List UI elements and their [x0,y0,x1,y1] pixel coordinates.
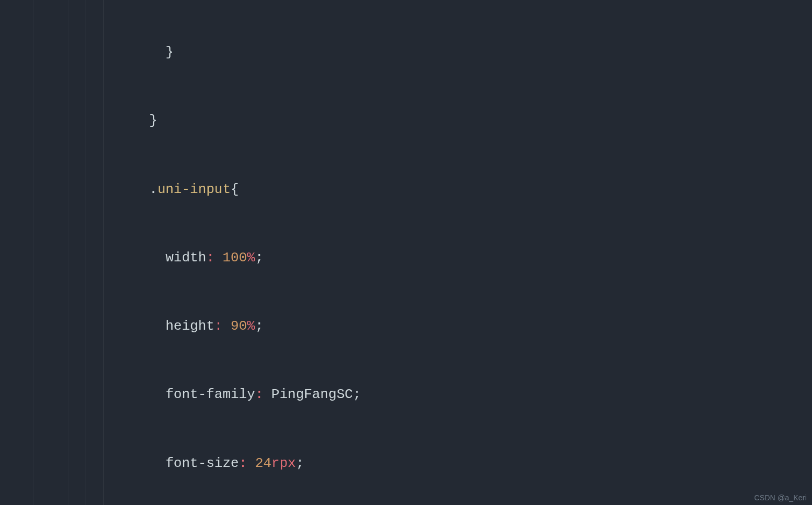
code-line[interactable]: width: 100%; [0,247,812,269]
code-line[interactable]: } [0,42,812,63]
code-line[interactable]: height: 90%; [0,316,812,337]
code-line[interactable]: } [0,110,812,131]
css-class-selector: .uni-input [149,182,231,197]
code-line[interactable]: font-size: 24rpx; [0,453,812,474]
code-line[interactable]: .uni-input{ [0,179,812,200]
code-content[interactable]: } } .uni-input{ width: 100%; height: 90%… [0,0,812,505]
code-line[interactable]: font-family: PingFangSC; [0,384,812,405]
code-editor[interactable]: } } .uni-input{ width: 100%; height: 90%… [0,0,812,505]
line-number-gutter [0,0,33,505]
watermark-text: CSDN @a_Keri [754,494,807,502]
